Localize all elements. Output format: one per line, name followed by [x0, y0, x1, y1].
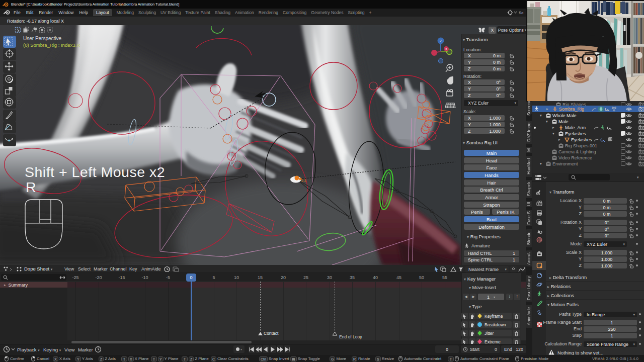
svg-text:Sc: Sc	[519, 11, 523, 15]
svg-text:Z: Z	[440, 39, 442, 43]
svg-text:2.3: 2.3	[301, 179, 306, 183]
svg-text:X: X	[445, 47, 448, 51]
